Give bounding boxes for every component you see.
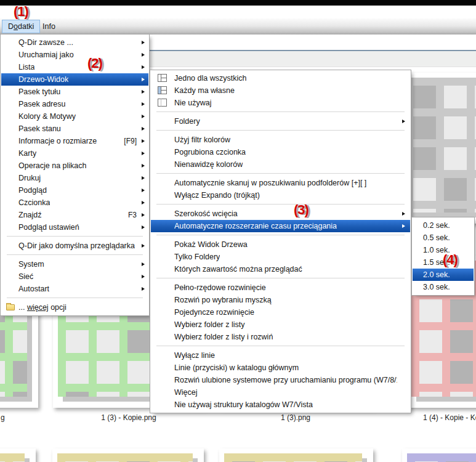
thumbnail-cell <box>419 361 442 384</box>
menu-item-drzewo-widok[interactable]: Drzewo-Widok <box>1 73 148 86</box>
menu-item-ktorych-zawartosc-mozna-przegladac[interactable]: Których zawartość można przeglądać <box>151 263 410 275</box>
menu-item-label: Autostart <box>18 285 49 293</box>
menu-item-pasek-adresu[interactable]: Pasek adresu <box>1 98 148 110</box>
thumbnail-cell <box>444 209 467 213</box>
menu-item-label: Rozwiń po wybraniu myszką <box>174 296 272 304</box>
menu-item-label: Nie używaj struktury katalogów W7/Vista <box>174 400 313 409</box>
menu-item-0-2-sek[interactable]: 0.2 sek. <box>413 219 474 232</box>
file-name[interactable]: g <box>1 413 5 422</box>
menu-item-znajdz[interactable]: ZnajdźF3 <box>1 209 148 221</box>
menu-item-pokaz-widok-drzewa[interactable]: Pokaż Widok Drzewa <box>151 238 410 251</box>
menu-item-nie-uzywaj[interactable]: Nie używaj <box>151 97 410 109</box>
menu-item-rozwin-ulubione-systemowe-przy-uru[interactable]: Rozwiń ulubione systemowe przy uruchamia… <box>151 374 410 386</box>
menu-item-pasek-stanu[interactable]: Pasek stanu <box>1 123 148 135</box>
menu-item-3-0-sek[interactable]: 3.0 sek. <box>413 281 474 293</box>
menu-item-label: Drzewo-Widok <box>18 75 68 84</box>
thumbnail-cell <box>450 361 473 384</box>
menu-item-label: Jedno dla wszystkich <box>174 74 246 83</box>
submenu-arrow-icon <box>142 213 145 217</box>
menu-item-informacje-o-rozmiarze[interactable]: Informacje o rozmiarze[F9] <box>1 135 148 147</box>
menu-item-foldery[interactable]: Foldery <box>151 115 410 128</box>
menu-item-automatycznie-skanuj-w-poszukiwani[interactable]: Automatycznie skanuj w poszukiwaniu podf… <box>151 177 410 189</box>
thumbnail-cell <box>0 330 5 353</box>
image-thumbnail-khaki[interactable] <box>52 448 204 462</box>
layout-one-icon <box>158 74 167 82</box>
dodatki-menu: Q-Dir zawsze ...Uruchamiaj jakoListaDrze… <box>0 34 150 316</box>
menu-item-nienawidze-kolorow[interactable]: Nienawidzę kolorów <box>151 158 410 171</box>
menu-separator <box>7 236 143 237</box>
menu-item-wybierz-folder-z-listy[interactable]: Wybierz folder z listy <box>151 318 410 331</box>
submenu-arrow-icon <box>402 120 405 123</box>
file-name[interactable]: 1 (4) - Kopie - Ko <box>423 413 476 422</box>
menu-item-q-dir-zawsze[interactable]: Q-Dir zawsze ... <box>1 36 148 49</box>
menu-item-rozwin-po-wybraniu-myszka[interactable]: Rozwiń po wybraniu myszką <box>151 294 410 306</box>
menu-item-pojedyncze-rozwiniecie[interactable]: Pojedyncze rozwinięcie <box>151 306 410 318</box>
submenu-arrow-icon <box>142 164 145 168</box>
menu-item-2-0-sek[interactable]: 2.0 sek. <box>413 269 474 281</box>
step-annotation-3: (3) <box>294 202 309 218</box>
menubar-item-dodatki[interactable]: Dodatki <box>2 20 40 33</box>
menu-item-label: Wyłącz linie <box>174 351 215 360</box>
thumbnail-cell <box>444 147 467 170</box>
menu-item-uruchamiaj-jako[interactable]: Uruchamiaj jako <box>1 49 148 61</box>
menu-item-system[interactable]: System <box>1 258 148 270</box>
menu-item-kolory-motywy[interactable]: Kolory & Motywy <box>1 110 148 123</box>
menu-item-siec[interactable]: Sieć <box>1 270 148 283</box>
menu-item-czcionka[interactable]: Czcionka <box>1 197 148 209</box>
menu-item-label: Pogrubiona czcionka <box>174 148 246 156</box>
menubar-band <box>0 18 476 34</box>
image-thumbnail-khaki[interactable] <box>219 448 373 462</box>
file-name[interactable]: 1 (3).png <box>281 413 310 422</box>
thumbnail-cell <box>413 209 436 213</box>
menu-item-label: Lista <box>18 63 34 71</box>
menu-item-drukuj[interactable]: Drukuj <box>1 172 148 184</box>
menu-item-shortcut: F3 <box>128 211 139 219</box>
menu-item-0-5-sek[interactable]: 0.5 sek. <box>413 232 474 244</box>
image-thumbnail-gray[interactable] <box>400 73 476 224</box>
menu-item-label: Karty <box>18 149 36 158</box>
menu-item-pelno-rzedowe-rozwiniecie[interactable]: Pełno-rzędowe rozwinięcie <box>151 282 410 294</box>
thumbnail-cell <box>127 330 150 353</box>
thumbnail-cell <box>0 361 5 384</box>
thumbnail-cell <box>66 330 89 353</box>
menu-item-autostart[interactable]: Autostart <box>1 283 148 295</box>
menu-item-podglad-ustawien[interactable]: Podgląd ustawień <box>1 221 148 233</box>
menu-item-q-dir-jako-domyslna-przegladarka[interactable]: Q-Dir jako domyślna przeglądarka <box>1 240 148 252</box>
menu-item-karty[interactable]: Karty <box>1 147 148 160</box>
menu-item-label: Foldery <box>174 117 200 126</box>
menu-item-jedno-dla-wszystkich[interactable]: Jedno dla wszystkich <box>151 72 410 84</box>
thumbnail-cell <box>419 330 442 353</box>
thumbnail-cell <box>413 178 436 201</box>
menu-item-podglad[interactable]: Podgląd <box>1 184 148 197</box>
drzewo-widok-submenu: Jedno dla wszystkichKażdy ma własneNie u… <box>150 70 411 413</box>
menu-item-wylacz-expando-trojkat[interactable]: Wyłącz Expando (trójkąt) <box>151 189 410 201</box>
menu-item-kazdy-ma-wlasne[interactable]: Każdy ma własne <box>151 84 410 97</box>
image-thumbnail-khaki[interactable] <box>0 448 36 462</box>
folder-icon <box>6 304 15 310</box>
menu-item-wiecej-opcji[interactable]: ... więcej opcji <box>1 301 148 314</box>
menu-item-label: Pasek adresu <box>18 100 65 108</box>
thumbnail-cell <box>66 392 89 397</box>
menu-item-pasek-tytulu[interactable]: Pasek tytułu <box>1 86 148 98</box>
menu-item-operacje-na-plikach[interactable]: Operacje na plikach <box>1 160 148 172</box>
file-name[interactable]: 1 (3) - Kopie.png <box>101 413 156 422</box>
menu-separator <box>156 235 405 235</box>
menu-item-wylacz-linie[interactable]: Wyłącz linie <box>151 349 410 362</box>
menu-item-pogrubiona-czcionka[interactable]: Pogrubiona czcionka <box>151 146 410 158</box>
menu-item-automatyczne-rozszerzanie-czasu-pr[interactable]: Automatyczne rozszerzanie czasu przeciąg… <box>151 220 410 232</box>
submenu-arrow-icon <box>142 262 145 266</box>
menubar-item-info[interactable]: Info <box>37 20 61 33</box>
menu-item-label: Każdy ma własne <box>174 86 235 95</box>
image-thumbnail-lavender[interactable] <box>402 448 476 462</box>
thumbnail-image <box>224 453 362 462</box>
menu-item-tylko-foldery[interactable]: Tylko Foldery <box>151 251 410 263</box>
menu-item-nie-uzywaj-struktury-katalogow-w7-[interactable]: Nie używaj struktury katalogów W7/Vista <box>151 399 410 411</box>
menu-separator <box>7 254 143 255</box>
menu-item-wiecej[interactable]: Więcej <box>151 386 410 399</box>
menu-item-lista[interactable]: Lista <box>1 61 148 73</box>
thumbnail-image <box>405 78 476 213</box>
menu-item-uzyj-filtr-kolorow[interactable]: Użyj filtr kolorów <box>151 134 410 146</box>
menu-item-wybierz-folder-z-listy-i-rozwin[interactable]: Wybierz folder z listy i rozwiń <box>151 331 410 343</box>
menu-item-szerokosc-wciecia[interactable]: Szerokość wcięcia <box>151 208 410 220</box>
menu-item-linie-przyciski-w-katalogu-glownym[interactable]: Linie (przyciski) w katalogu głównym <box>151 362 410 374</box>
